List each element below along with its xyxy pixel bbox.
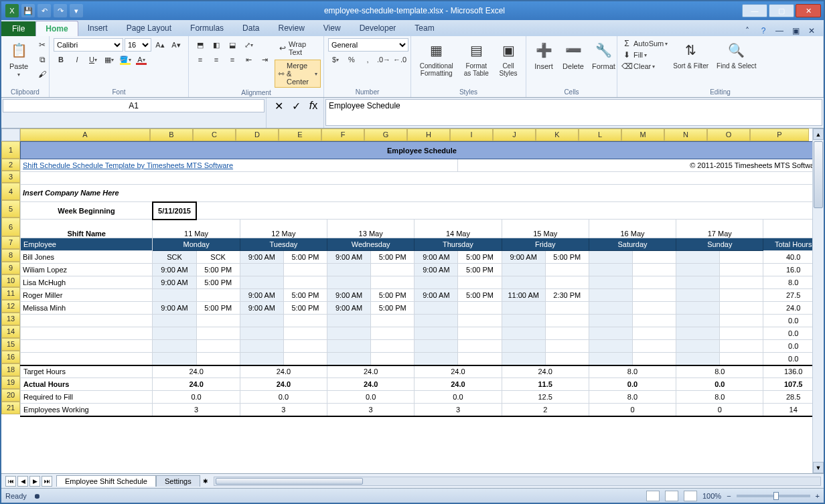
shift-start[interactable]: 9:00 AM [240, 251, 283, 264]
new-sheet-button[interactable]: ✱ [200, 476, 211, 487]
shift-start[interactable]: 9:00 AM [240, 289, 283, 302]
shift-start[interactable] [240, 315, 283, 327]
shift-end[interactable] [545, 353, 589, 365]
shift-end[interactable] [458, 353, 502, 365]
shift-end[interactable] [458, 327, 502, 340]
shift-start[interactable] [676, 264, 720, 276]
ribbon-tab-data[interactable]: Data [233, 21, 269, 36]
summary-value[interactable]: 24.0 [240, 378, 327, 391]
align-bottom-button[interactable]: ⬓ [225, 38, 240, 52]
day-header[interactable]: Wednesday [327, 238, 415, 251]
shift-start[interactable] [589, 315, 632, 327]
summary-value[interactable]: 0.0 [676, 378, 763, 391]
employee-name[interactable] [21, 315, 153, 327]
shift-end[interactable] [633, 315, 676, 327]
summary-value[interactable]: 24.0 [415, 378, 502, 391]
copy-button[interactable]: ⧉ [35, 53, 50, 66]
shift-start[interactable]: 9:00 AM [153, 302, 196, 315]
shift-start[interactable]: 9:00 AM [153, 264, 196, 276]
horizontal-scrollbar[interactable] [214, 477, 821, 486]
shift-end[interactable]: 5:00 PM [196, 264, 240, 276]
qat-customize-icon[interactable]: ▾ [70, 4, 83, 17]
row-header[interactable]: 8 [1, 249, 20, 262]
zoom-in-button[interactable]: + [816, 492, 820, 500]
shift-end[interactable] [545, 264, 589, 276]
schedule-title[interactable]: Employee Schedule [21, 142, 824, 159]
number-format-select[interactable]: General [328, 38, 408, 52]
shift-start[interactable] [502, 353, 545, 365]
shift-end[interactable] [196, 353, 240, 365]
column-header[interactable]: H [407, 129, 450, 141]
shift-start[interactable] [240, 276, 283, 289]
shift-start[interactable] [676, 340, 720, 353]
row-header[interactable]: 1 [1, 141, 20, 159]
shift-end[interactable]: 5:00 PM [458, 251, 502, 264]
employee-name[interactable]: Lisa McHugh [21, 276, 153, 289]
shift-end[interactable]: 5:00 PM [283, 289, 327, 302]
first-sheet-button[interactable]: ⏮ [5, 476, 16, 487]
shift-start[interactable] [153, 327, 196, 340]
excel-icon[interactable]: X [5, 4, 19, 17]
window-close-icon[interactable]: ✕ [806, 25, 817, 36]
employee-name[interactable]: Roger Miller [21, 289, 153, 302]
summary-value[interactable]: 11.5 [502, 378, 589, 391]
shift-end[interactable]: 5:00 PM [283, 302, 327, 315]
summary-value[interactable]: 24.0 [153, 365, 240, 378]
shift-start[interactable] [153, 315, 196, 327]
shift-start[interactable] [589, 276, 632, 289]
shift-end[interactable] [545, 327, 589, 340]
cell-styles-button[interactable]: ▣Cell Styles [495, 38, 522, 78]
shift-end[interactable] [720, 353, 763, 365]
format-painter-button[interactable]: 🖌 [35, 68, 50, 81]
shift-end[interactable] [283, 327, 327, 340]
shift-end[interactable] [545, 315, 589, 327]
shift-end[interactable] [633, 302, 676, 315]
minimize-ribbon-icon[interactable]: ˄ [742, 25, 753, 36]
shift-end[interactable] [283, 315, 327, 327]
column-header[interactable]: K [536, 129, 579, 141]
increase-indent-button[interactable]: ⇥ [257, 53, 272, 66]
shift-start[interactable] [589, 289, 632, 302]
shift-start[interactable]: 9:00 AM [502, 251, 545, 264]
ribbon-tab-review[interactable]: Review [269, 21, 313, 36]
ribbon-tab-insert[interactable]: Insert [78, 21, 117, 36]
shift-start[interactable] [502, 340, 545, 353]
cut-button[interactable]: ✂ [35, 38, 50, 52]
date-header[interactable]: 12 May [240, 220, 327, 238]
day-header[interactable]: Thursday [415, 238, 502, 251]
ribbon-tab-view[interactable]: View [314, 21, 350, 36]
date-header[interactable]: 15 May [502, 220, 589, 238]
align-right-button[interactable]: ≡ [225, 53, 240, 66]
shift-start[interactable]: 9:00 AM [327, 289, 371, 302]
page-break-view-button[interactable] [684, 491, 697, 501]
page-layout-view-button[interactable] [665, 491, 678, 501]
week-beginning-label[interactable]: Week Beginning [21, 202, 153, 220]
shift-end[interactable]: 5:00 PM [458, 289, 502, 302]
employee-name[interactable] [21, 327, 153, 340]
day-header[interactable]: Sunday [676, 238, 763, 251]
shift-start[interactable] [240, 353, 283, 365]
summary-value[interactable]: 8.0 [676, 391, 763, 404]
cancel-formula-icon[interactable]: ✕ [271, 99, 286, 112]
format-cells-button[interactable]: 🔧Format [589, 38, 618, 72]
row-header[interactable]: 19 [1, 376, 20, 389]
shift-start[interactable] [676, 251, 720, 264]
summary-value[interactable]: 8.0 [676, 365, 763, 378]
undo-icon[interactable]: ↶ [38, 4, 51, 17]
shift-start[interactable] [415, 302, 458, 315]
conditional-formatting-button[interactable]: ▦Conditional Formatting [415, 38, 458, 78]
shift-end[interactable] [633, 353, 676, 365]
shift-start[interactable] [240, 264, 283, 276]
summary-label[interactable]: Target Hours [21, 365, 153, 378]
shift-end[interactable] [371, 315, 415, 327]
summary-value[interactable]: 0.0 [327, 391, 415, 404]
column-header[interactable]: A [20, 129, 150, 141]
align-middle-button[interactable]: ◧ [209, 38, 224, 52]
shift-start[interactable] [502, 327, 545, 340]
column-header[interactable]: L [579, 129, 621, 141]
row-header[interactable]: 20 [1, 389, 20, 402]
shift-start[interactable] [327, 353, 371, 365]
column-header[interactable]: F [321, 129, 364, 141]
shift-start[interactable] [502, 264, 545, 276]
scroll-up-icon[interactable]: ▲ [813, 129, 824, 140]
